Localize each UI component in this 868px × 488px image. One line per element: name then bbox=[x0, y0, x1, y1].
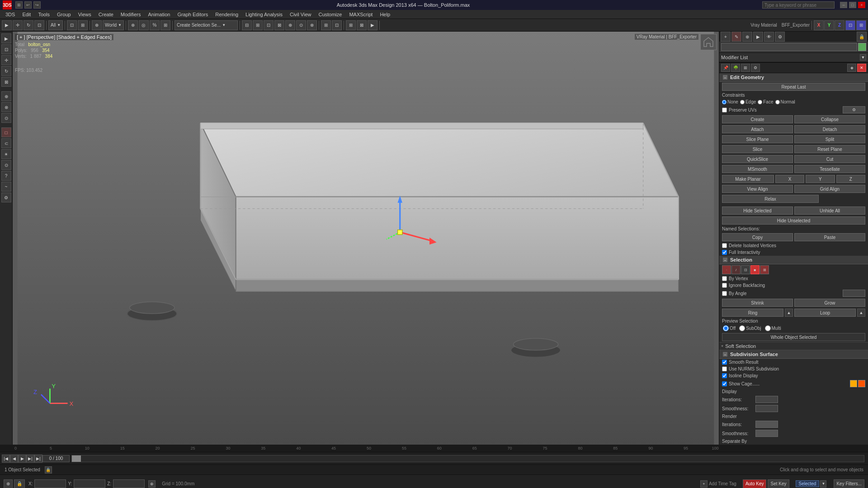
mirror-tool[interactable]: ⊟ bbox=[242, 20, 252, 30]
snap-toggle[interactable]: ⊕ bbox=[128, 20, 138, 30]
angle-snap[interactable]: ◎ bbox=[139, 20, 149, 30]
lock-sel-btn[interactable]: 🔒 bbox=[14, 479, 25, 488]
bind-space-warp[interactable]: ⊙ bbox=[1, 113, 11, 123]
render-iterations-spinbox[interactable]: 1 bbox=[755, 421, 778, 428]
minimize-btn[interactable]: – bbox=[840, 2, 847, 8]
grow-btn[interactable]: Grow bbox=[794, 299, 865, 307]
rotate-icon[interactable]: ↻ bbox=[1, 66, 11, 76]
select-region[interactable]: ⊡ bbox=[67, 20, 77, 30]
use-nurms-checkbox[interactable] bbox=[722, 366, 727, 371]
absolute-mode-btn[interactable]: ⊕ bbox=[148, 480, 156, 488]
full-interactivity-checkbox[interactable] bbox=[722, 250, 727, 255]
make-planar-btn[interactable]: Make Planar bbox=[722, 175, 774, 183]
ring-btn[interactable]: Ring bbox=[722, 309, 783, 317]
world-dropdown[interactable]: World ▼ bbox=[103, 20, 124, 30]
show-tree-btn[interactable]: 🌳 bbox=[731, 64, 740, 72]
y-axis-btn[interactable]: Y bbox=[824, 20, 834, 30]
close-btn[interactable]: × bbox=[858, 2, 865, 8]
select-tool[interactable]: ▶ bbox=[2, 20, 12, 30]
motion-tab[interactable]: ▶ bbox=[753, 32, 763, 42]
loop-btn[interactable]: Loop bbox=[794, 309, 856, 317]
reset-plane-btn[interactable]: Reset Plane bbox=[794, 145, 865, 153]
unlink-icon[interactable]: ⊗ bbox=[1, 102, 11, 112]
subdiv-collapse-btn[interactable]: – bbox=[723, 352, 727, 357]
play-btn[interactable]: ▶ bbox=[18, 455, 26, 463]
menu-maxscript[interactable]: MAXScript bbox=[345, 11, 376, 18]
go-end-btn[interactable]: ▶| bbox=[34, 455, 42, 463]
pin-stack-btn[interactable]: 📌 bbox=[721, 64, 730, 72]
off-radio[interactable] bbox=[723, 325, 729, 331]
modify-tab[interactable]: ✎ bbox=[731, 32, 741, 42]
x-axis-btn[interactable]: X bbox=[814, 20, 824, 30]
viewport[interactable]: [ + ] [Perspective] [Shaded + Edged Face… bbox=[13, 32, 719, 445]
set-key-btn[interactable]: Set Key bbox=[768, 479, 789, 488]
repeat-last-btn[interactable]: Repeat Last bbox=[722, 83, 865, 91]
move-tool[interactable]: ✛ bbox=[13, 20, 23, 30]
grid-align-btn[interactable]: Grid Align bbox=[794, 185, 865, 193]
whole-object-btn[interactable]: Whole Object Selected bbox=[722, 333, 865, 341]
render-smoothness-spinbox[interactable]: 3.0 bbox=[755, 430, 778, 437]
display-smoothness-spinbox[interactable]: 1.0 bbox=[755, 405, 778, 412]
create-selection-dropdown[interactable]: Create Selection Se... ▼ bbox=[175, 20, 238, 30]
shrink-btn[interactable]: Shrink bbox=[722, 299, 793, 307]
menu-graph-editors[interactable]: Graph Editors bbox=[174, 11, 212, 18]
slice-btn[interactable]: Slice bbox=[722, 145, 793, 153]
space-warps-icon[interactable]: ~ bbox=[1, 182, 11, 192]
normal-radio[interactable] bbox=[775, 100, 780, 104]
render-setup[interactable]: ⊞ bbox=[346, 20, 356, 30]
layer-manager[interactable]: ⊞ bbox=[321, 20, 331, 30]
render-frame[interactable]: ⊠ bbox=[357, 20, 367, 30]
z-coord-input[interactable]: 325.4mm bbox=[113, 479, 145, 488]
viewport-home-btn[interactable] bbox=[700, 34, 717, 50]
rotate-tool[interactable]: ↻ bbox=[24, 20, 33, 30]
preserve-uvs-checkbox[interactable] bbox=[722, 108, 727, 113]
tessellate-btn[interactable]: Tessellate bbox=[794, 165, 865, 173]
axis-constraint[interactable]: ⊡ bbox=[845, 20, 855, 30]
select-region-icon[interactable]: ⊡ bbox=[1, 44, 11, 54]
create-tab[interactable]: + bbox=[721, 32, 731, 42]
menu-tools[interactable]: Tools bbox=[34, 11, 53, 18]
menu-lighting[interactable]: Lighting Analysis bbox=[242, 11, 286, 18]
split-btn[interactable]: Split bbox=[794, 135, 865, 143]
filter-dropdown[interactable]: All ▼ bbox=[48, 20, 63, 30]
shapes-icon[interactable]: ⊂ bbox=[1, 138, 11, 148]
smooth-result-checkbox[interactable] bbox=[722, 360, 727, 365]
hierarchy-tab[interactable]: ⊕ bbox=[742, 32, 752, 42]
edit-geo-collapse[interactable]: – bbox=[723, 75, 727, 80]
loop-spin-up[interactable]: ▲ bbox=[857, 309, 865, 317]
z-axis-btn[interactable]: Z bbox=[835, 20, 844, 30]
by-vertex-checkbox[interactable] bbox=[722, 276, 727, 281]
prev-frame-btn[interactable]: ◀ bbox=[10, 455, 18, 463]
scale-icon[interactable]: ⊠ bbox=[1, 77, 11, 87]
face-radio[interactable] bbox=[758, 100, 762, 104]
cage-color-1[interactable] bbox=[850, 380, 857, 387]
edit-geometry-header[interactable]: – Edit Geometry bbox=[719, 73, 868, 82]
subobj-radio[interactable] bbox=[739, 325, 745, 331]
paste-btn[interactable]: Paste bbox=[794, 233, 865, 241]
align-tool[interactable]: ⊞ bbox=[253, 20, 263, 30]
systems-icon[interactable]: ⚙ bbox=[1, 192, 11, 202]
delete-isolated-checkbox[interactable] bbox=[722, 243, 727, 248]
menu-modifiers[interactable]: Modifiers bbox=[117, 11, 145, 18]
link-icon[interactable]: ⊕ bbox=[1, 91, 11, 101]
x-coord-input[interactable]: -413.516m bbox=[34, 479, 66, 488]
attach-btn[interactable]: Attach bbox=[722, 125, 793, 133]
ignore-backfacing-checkbox[interactable] bbox=[722, 283, 727, 288]
snap-btn[interactable]: ⊕ bbox=[4, 479, 13, 488]
maximize-btn[interactable]: □ bbox=[849, 2, 856, 8]
object-color-swatch[interactable] bbox=[858, 43, 866, 51]
menu-edit[interactable]: Edit bbox=[19, 11, 34, 18]
utilities-tab[interactable]: ⚙ bbox=[775, 32, 785, 42]
slice-plane-btn[interactable]: Slice Plane bbox=[722, 135, 793, 143]
timeline-thumb[interactable] bbox=[72, 455, 81, 462]
vertex-sel-icon[interactable]: · bbox=[722, 265, 731, 274]
copy-btn[interactable]: Copy bbox=[722, 233, 793, 241]
edge-sel-icon[interactable]: / bbox=[731, 265, 741, 274]
percent-snap[interactable]: % bbox=[150, 20, 160, 30]
border-sel-icon[interactable]: ⊡ bbox=[741, 265, 750, 274]
isoline-checkbox[interactable] bbox=[722, 373, 727, 378]
configure-btn[interactable]: ⚙ bbox=[751, 64, 760, 72]
planar-x-btn[interactable]: X bbox=[775, 175, 804, 183]
unhide-all-btn[interactable]: Unhide All bbox=[794, 206, 865, 215]
menu-rendering[interactable]: Rendering bbox=[212, 11, 242, 18]
